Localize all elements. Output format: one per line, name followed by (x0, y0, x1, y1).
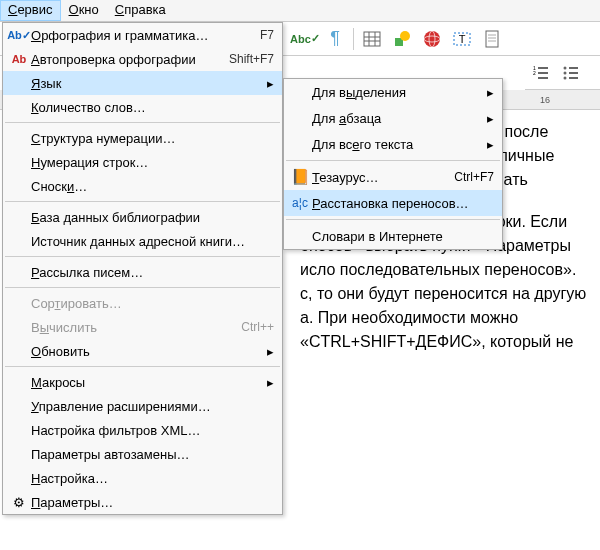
menuitem-sort: Сортировать… (3, 291, 282, 315)
menu-service-dropdown: Ab✓ Орфография и грамматика… F7 Ab Автоп… (2, 22, 283, 515)
menuitem-autocorrect[interactable]: Параметры автозамены… (3, 442, 282, 466)
menuitem-extmgr[interactable]: Управление расширениями… (3, 394, 282, 418)
spell-ab-icon: Ab✓ (7, 29, 31, 42)
gear-icon: ⚙ (7, 495, 31, 510)
submenu-language: Для выделения ▸ Для абзаца ▸ Для всего т… (283, 78, 503, 250)
menuitem-update[interactable]: Обновить ▸ (3, 339, 282, 363)
menubar: Сервис Окно Справка (0, 0, 600, 22)
list-bullet-icon[interactable] (559, 61, 583, 85)
submenuitem-for-all[interactable]: Для всего текста ▸ (284, 131, 502, 157)
menu-service[interactable]: Сервис (0, 0, 61, 21)
menuitem-linenum[interactable]: Нумерация строк… (3, 150, 282, 174)
hyphenation-icon: a¦c (288, 196, 312, 210)
submenuitem-hyphenation[interactable]: a¦c Расстановка переносов… (284, 190, 502, 216)
submenuitem-thesaurus[interactable]: 📙 Тезаурус… Ctrl+F7 (284, 164, 502, 190)
menuitem-autospell[interactable]: Ab Автопроверка орфографии Shift+F7 (3, 47, 282, 71)
menuitem-customize[interactable]: Настройка… (3, 466, 282, 490)
doc-line: с, то они будут переносится на другую (300, 285, 586, 302)
chevron-right-icon: ▸ (264, 76, 274, 91)
svg-rect-12 (486, 31, 498, 47)
menuitem-wordcount[interactable]: Количество слов… (3, 95, 282, 119)
globe-icon[interactable] (420, 27, 444, 51)
spellcheck-icon[interactable]: Abc✓ (293, 27, 317, 51)
svg-point-22 (564, 71, 567, 74)
shortcut: F7 (260, 28, 274, 42)
autospell-icon: Ab (7, 53, 31, 65)
menuitem-numbering[interactable]: Структура нумерации… (3, 126, 282, 150)
list-numbered-icon[interactable]: 12 (529, 61, 553, 85)
chevron-right-icon: ▸ (484, 137, 494, 152)
menuitem-language[interactable]: Язык ▸ (3, 71, 282, 95)
page-icon[interactable] (480, 27, 504, 51)
doc-line: «CTRL+SHIFT+ДЕФИС», который не (300, 333, 573, 350)
chevron-right-icon: ▸ (484, 111, 494, 126)
svg-point-23 (564, 76, 567, 79)
menu-window[interactable]: Окно (61, 0, 107, 21)
submenuitem-for-selection[interactable]: Для выделения ▸ (284, 79, 502, 105)
svg-text:T: T (459, 33, 466, 45)
shortcut: Ctrl++ (241, 320, 274, 334)
submenuitem-dictionaries[interactable]: Словари в Интернете (284, 223, 502, 249)
svg-rect-0 (364, 32, 380, 46)
svg-text:2: 2 (533, 70, 536, 76)
menuitem-spelling[interactable]: Ab✓ Орфография и грамматика… F7 (3, 23, 282, 47)
menuitem-calc: Вычислить Ctrl++ (3, 315, 282, 339)
menuitem-footnotes[interactable]: Сноски… (3, 174, 282, 198)
chevron-right-icon: ▸ (264, 344, 274, 359)
menuitem-macros[interactable]: Макросы ▸ (3, 370, 282, 394)
menuitem-options[interactable]: ⚙ Параметры… (3, 490, 282, 514)
svg-point-7 (424, 31, 440, 47)
pilcrow-icon[interactable]: ¶ (323, 27, 347, 51)
doc-line: а. При необходимости можно (300, 309, 518, 326)
menuitem-biblio[interactable]: База данных библиографии (3, 205, 282, 229)
menuitem-mailmerge[interactable]: Рассылка писем… (3, 260, 282, 284)
shapes-icon[interactable] (390, 27, 414, 51)
table-icon[interactable] (360, 27, 384, 51)
textbox-icon[interactable]: T (450, 27, 474, 51)
toolbar-row-2: 12 (525, 56, 600, 90)
book-icon: 📙 (288, 168, 312, 186)
shortcut: Shift+F7 (229, 52, 274, 66)
menuitem-addrbook[interactable]: Источник данных адресной книги… (3, 229, 282, 253)
menu-help[interactable]: Справка (107, 0, 174, 21)
submenuitem-for-paragraph[interactable]: Для абзаца ▸ (284, 105, 502, 131)
menuitem-xmlfilter[interactable]: Настройка фильтров XML… (3, 418, 282, 442)
svg-point-21 (564, 66, 567, 69)
ruler-mark-16: 16 (540, 95, 550, 105)
shortcut: Ctrl+F7 (454, 170, 494, 184)
chevron-right-icon: ▸ (264, 375, 274, 390)
doc-line: исло последовательных переносов». (300, 261, 576, 278)
svg-point-6 (400, 31, 410, 41)
chevron-right-icon: ▸ (484, 85, 494, 100)
